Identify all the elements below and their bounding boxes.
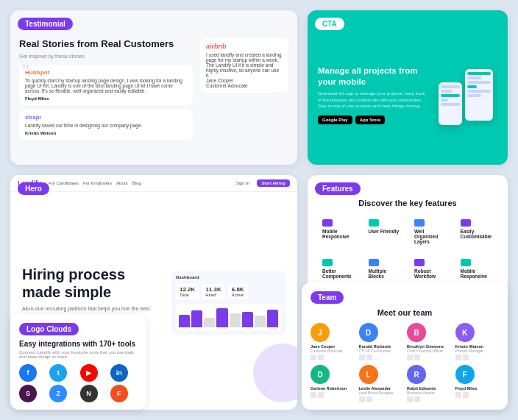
feature-icon-1: [369, 219, 379, 227]
feature-label-2: Well Organised Layers: [414, 229, 447, 244]
team-member-0: J Jane Cooper Customer Advocate: [311, 323, 355, 360]
testimonial-subtitle: Get inspired by these stories.: [19, 54, 193, 59]
testimonial-card: Testimonial Real Stories from Real Custo…: [10, 10, 297, 165]
nav-link-2[interactable]: About: [116, 181, 128, 185]
testimonial-box-airbnb: airbnb I used landify and created a land…: [200, 38, 288, 93]
logo-tw: t: [49, 364, 67, 382]
team-badge: Team: [311, 291, 344, 304]
phone-mock-small: [439, 82, 462, 125]
avatar-6: R: [407, 365, 426, 384]
nav-link-3[interactable]: Blog: [132, 181, 141, 185]
logo-clouds-sub: Connect Landify with your favourite tool…: [19, 350, 138, 359]
cta-card: CTA Manage all projects from your mobile…: [308, 10, 508, 165]
logo-clouds-card: Logo Clouds Easy integrations with 170+ …: [10, 314, 146, 410]
avatar-7: F: [455, 365, 475, 384]
feature-label-3: Easily Customisable: [461, 229, 494, 239]
feature-item-3: Easily Customisable: [456, 215, 498, 250]
hubspot-logo: HubSpot: [25, 69, 187, 76]
team-member-5: L Leslie Alexander Lead Brand Designer: [359, 365, 403, 402]
airbnb-logo: airbnb: [206, 43, 283, 50]
logo-yt: ▶: [80, 364, 98, 382]
cta-phones: [433, 69, 499, 121]
logo-clouds-badge: Logo Clouds: [19, 323, 79, 335]
airbnb-text: I used landify and created a landing pag…: [206, 52, 283, 78]
team-member-4: D Darlene Robertson: [311, 365, 355, 402]
quote1-text: To quickly start my startup landing page…: [25, 78, 187, 93]
feature-item-0: Mobile Responsive: [318, 215, 360, 250]
logos-grid: f t ▶ in S Z N F: [19, 364, 138, 402]
google-play-btn[interactable]: Google Play: [318, 115, 352, 124]
nav-link-1[interactable]: For Employers: [83, 181, 112, 185]
member-role-2: Chief Financial Officer: [407, 349, 443, 353]
member-name-4: Darlene Robertson: [311, 386, 347, 391]
avatar-5: L: [359, 365, 378, 384]
feature-icon-2: [414, 219, 425, 227]
quote2-text: Landify saved our time in designing our …: [25, 123, 187, 128]
feature-item-1: User Friendly: [364, 215, 406, 250]
member-role-0: Customer Advocate: [311, 349, 343, 353]
avatar-3: K: [455, 323, 475, 342]
cta-title: Manage all projects from your mobile: [318, 65, 427, 88]
logo-slack: S: [19, 385, 37, 402]
feature-icon-5: [369, 259, 379, 266]
team-member-1: D Donald Richards CTO & Co-Founder: [359, 323, 403, 360]
feature-item-5: Multiple Blocks: [364, 255, 406, 285]
testimonial-title: Real Stories from Real Customers: [19, 38, 193, 51]
cta-badge: CTA: [315, 18, 344, 30]
logo-zoom: Z: [49, 385, 67, 402]
features-title: Discover the key features: [318, 199, 497, 207]
feature-item-6: Robust Workflow: [410, 255, 452, 285]
features-badge: Features: [315, 182, 361, 195]
feature-item-4: Better Components: [318, 255, 360, 285]
feature-label-7: Mobile Responsive: [461, 268, 494, 279]
feature-icon-3: [461, 219, 471, 227]
feature-item-2: Well Organised Layers: [410, 215, 452, 250]
team-grid: J Jane Cooper Customer Advocate D Donald…: [311, 323, 499, 402]
feature-item-7: Mobile Responsive: [456, 255, 498, 285]
feature-label-6: Robust Workflow: [414, 268, 447, 279]
logo-clouds-title: Easy integrations with 170+ tools: [19, 340, 138, 348]
airbnb-name: Jane Cooper: [206, 78, 283, 83]
feature-icon-4: [322, 259, 333, 266]
hero-badge: Hero: [18, 182, 49, 195]
logo-in: in: [110, 364, 128, 382]
logo-figma: F: [110, 385, 128, 402]
member-role-1: CTO & Co-Founder: [359, 349, 391, 353]
testimonial-badge: Testimonial: [18, 18, 73, 30]
feature-icon-7: [461, 259, 471, 266]
member-role-3: Product Manager: [455, 349, 483, 353]
team-member-3: K Kristin Watson Product Manager: [455, 323, 500, 360]
avatar-1: D: [359, 323, 378, 342]
team-member-6: R Ralph Edwards Business Advisor: [407, 365, 451, 402]
testimonial-box-strapi: strapi Landify saved our time in designi…: [19, 110, 193, 140]
team-title: Meet our team: [311, 308, 499, 317]
hero-title: Hiring process made simple: [22, 266, 164, 301]
feature-icon-6: [414, 259, 425, 266]
member-role-5: Lead Brand Designer: [359, 391, 394, 395]
feature-label-5: Multiple Blocks: [369, 268, 402, 279]
team-member-2: B Brooklyn Simmons Chief Financial Offic…: [407, 323, 451, 360]
hero-nav-links: For Candidates For Employers About Blog: [49, 181, 229, 185]
member-name-7: Floyd Miles: [455, 386, 478, 391]
team-member-7: F Floyd Miles: [455, 365, 500, 402]
features-grid: Mobile Responsive User Friendly Well Org…: [318, 215, 497, 285]
team-card: Team Meet our team J Jane Cooper Custome…: [302, 282, 508, 410]
feature-label-0: Mobile Responsive: [322, 229, 355, 239]
testimonial-box-hubspot: " HubSpot To quickly start my startup la…: [19, 65, 193, 105]
cta-description: Download the app to manage your projects…: [318, 90, 427, 109]
avatar-0: J: [311, 323, 330, 342]
nav-link-0[interactable]: For Candidates: [49, 181, 79, 185]
circle-decor: [253, 344, 297, 402]
airbnb-role: Customer Advocate: [206, 83, 283, 88]
member-role-6: Business Advisor: [407, 391, 435, 395]
logo-fb: f: [19, 364, 37, 382]
dashboard-mock: Dashboard 12.2KTotal 11.3KHired 6.8KActi…: [171, 271, 285, 335]
logo-notion: N: [80, 385, 98, 402]
app-store-btn[interactable]: App Store: [355, 115, 386, 124]
sign-in-link[interactable]: Sign In: [236, 181, 250, 185]
avatar-2: B: [407, 323, 426, 342]
start-hiring-nav-btn[interactable]: Start Hiring: [257, 179, 290, 187]
strapi-logo: strapi: [25, 114, 187, 121]
quote1-name: Floyd Miles: [25, 96, 187, 101]
avatar-4: D: [311, 365, 330, 384]
